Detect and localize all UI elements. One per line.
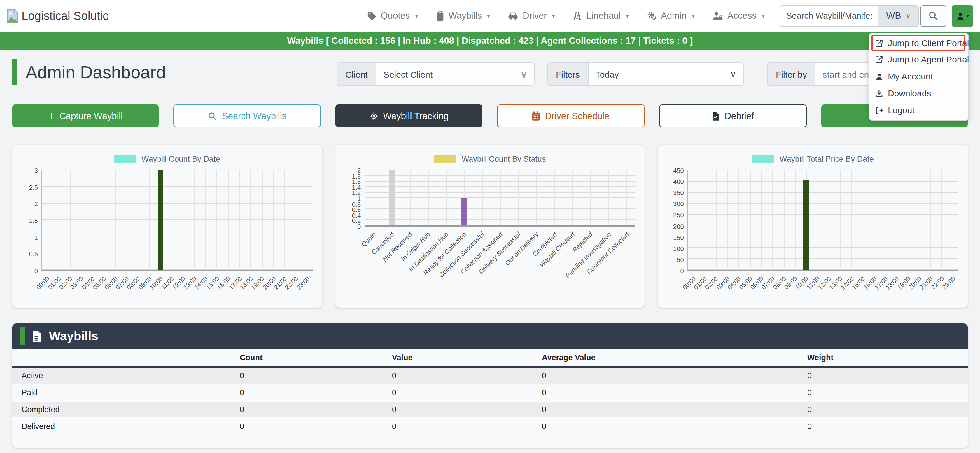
search-waybills-button[interactable]: Search Waybills bbox=[173, 104, 321, 127]
gridline bbox=[228, 171, 229, 270]
nav-item-waybills[interactable]: Waybills ▾ bbox=[436, 11, 490, 21]
y-tick-label: 2.5 bbox=[29, 183, 38, 191]
client-select[interactable]: Select Client ∨ bbox=[376, 62, 535, 86]
search-input[interactable] bbox=[780, 5, 878, 27]
row-label: Completed bbox=[12, 401, 231, 418]
gridline bbox=[688, 269, 958, 270]
search-button[interactable] bbox=[921, 5, 946, 27]
user-dropdown-menu: Jump to Client Portal Jump to Agent Port… bbox=[869, 33, 969, 121]
user-icon bbox=[956, 11, 964, 20]
chevron-down-icon: ▾ bbox=[552, 13, 555, 19]
x-tick-label: 07:00 bbox=[760, 275, 776, 291]
bar-10:00 bbox=[803, 180, 809, 270]
nav-item-quotes[interactable]: Quotes ▾ bbox=[367, 11, 418, 21]
cell-value: 0 bbox=[383, 384, 533, 401]
search-type-select[interactable]: WB ∨ bbox=[878, 5, 919, 27]
column-header: Value bbox=[383, 349, 533, 367]
gridline bbox=[42, 269, 312, 270]
column-header bbox=[12, 349, 231, 367]
nav-label: Access bbox=[727, 11, 757, 21]
nav-item-linehaul[interactable]: Linehaul ▾ bbox=[573, 11, 629, 21]
user-menu-button[interactable]: ▾ bbox=[952, 5, 973, 27]
chart-header: Waybill Count By Date bbox=[12, 153, 322, 164]
waybills-section: Waybills Count Value Average Value Weigh… bbox=[12, 324, 968, 448]
waybill-search-group: WB ∨ bbox=[780, 5, 946, 27]
search-icon bbox=[208, 111, 217, 121]
y-tick-label: 2 bbox=[34, 201, 38, 207]
chart-title: Waybill Count By Date bbox=[142, 155, 220, 163]
document-icon bbox=[32, 330, 42, 342]
nav-item-driver[interactable]: Driver ▾ bbox=[508, 11, 555, 21]
tag-icon bbox=[367, 11, 377, 21]
legend-swatch bbox=[434, 155, 456, 163]
y-tick-label: 150 bbox=[673, 234, 684, 241]
chevron-down-icon: ▾ bbox=[762, 13, 765, 19]
chevron-down-icon: ∨ bbox=[906, 12, 911, 19]
capture-waybill-button[interactable]: + Capture Waybill bbox=[12, 104, 159, 127]
x-tick-label: Quote bbox=[360, 231, 377, 248]
gridline bbox=[829, 171, 829, 270]
y-tick-label: 2 bbox=[357, 167, 361, 174]
gridline bbox=[48, 171, 48, 270]
gridline bbox=[694, 171, 694, 270]
gridline bbox=[428, 171, 429, 225]
plot-area bbox=[687, 171, 958, 271]
column-header: Count bbox=[231, 349, 383, 367]
gridline bbox=[554, 171, 555, 225]
table-row: Delivered0000 bbox=[12, 418, 968, 435]
nav-item-access[interactable]: Access ▾ bbox=[712, 11, 765, 21]
gridline bbox=[688, 258, 958, 258]
gridline bbox=[688, 214, 958, 215]
cell-value: 0 bbox=[798, 418, 968, 435]
page-title: Admin Dashboard bbox=[25, 59, 165, 86]
logo-text: Logistical Solutions bbox=[22, 9, 108, 22]
x-tick-label: 03:00 bbox=[69, 275, 84, 291]
waybill-tracking-button[interactable]: Waybill Tracking bbox=[336, 104, 482, 127]
table-row: Active0000 bbox=[12, 367, 968, 384]
gridline bbox=[482, 171, 483, 225]
x-tick-label: 02:00 bbox=[703, 275, 719, 291]
gridline bbox=[172, 171, 172, 270]
plot-area bbox=[364, 171, 635, 226]
menu-item-label: Jump to Agent Portal bbox=[888, 54, 969, 64]
search-type-value: WB bbox=[886, 11, 901, 21]
crosshair-icon bbox=[369, 111, 379, 121]
section-accent-bar bbox=[20, 327, 25, 345]
calendar-icon bbox=[532, 111, 541, 121]
gridline bbox=[42, 252, 312, 253]
menu-item-label: Downloads bbox=[888, 88, 931, 98]
bar-10:00 bbox=[158, 171, 163, 270]
row-label: Active bbox=[12, 367, 231, 384]
gridline bbox=[818, 171, 818, 270]
menu-item-downloads[interactable]: Downloads bbox=[869, 85, 968, 102]
user-lock-icon bbox=[712, 11, 723, 21]
gridline bbox=[874, 171, 874, 270]
gridline bbox=[688, 192, 958, 193]
x-tick-label: 21:00 bbox=[918, 275, 934, 291]
chart-waybill-count-by-status: Waybill Count By Status 00.20.40.60.811.… bbox=[335, 145, 644, 308]
gridline bbox=[908, 171, 908, 270]
gridline bbox=[688, 247, 958, 247]
y-tick-label: 0 bbox=[34, 267, 38, 274]
menu-item-jump-to-agent-portal[interactable]: Jump to Agent Portal bbox=[869, 51, 968, 68]
y-tick-label: 450 bbox=[673, 167, 684, 174]
debrief-button[interactable]: Debrief bbox=[659, 104, 807, 127]
app-logo[interactable]: Logistical Solutions bbox=[5, 8, 108, 24]
gears-icon bbox=[646, 11, 657, 21]
legend-swatch bbox=[114, 155, 135, 163]
menu-item-logout[interactable]: Logout bbox=[869, 102, 968, 118]
x-tick-label: 22:00 bbox=[929, 275, 945, 291]
x-tick-label: 15:00 bbox=[204, 275, 220, 291]
menu-item-my-account[interactable]: My Account bbox=[869, 68, 968, 85]
nav-label: Driver bbox=[523, 11, 547, 21]
menu-item-jump-to-client-portal[interactable]: Jump to Client Portal bbox=[872, 35, 966, 51]
driver-schedule-button[interactable]: Driver Schedule bbox=[497, 104, 644, 127]
x-tick-label: 04:00 bbox=[726, 275, 742, 291]
x-tick-label: 04:00 bbox=[80, 275, 96, 291]
filters-select[interactable]: Today ∨ bbox=[588, 62, 744, 86]
nav-item-admin[interactable]: Admin ▾ bbox=[646, 11, 695, 21]
gridline bbox=[536, 171, 537, 225]
y-tick-label: 200 bbox=[673, 223, 684, 230]
cell-value: 0 bbox=[383, 401, 533, 418]
x-tick-label: 05:00 bbox=[92, 275, 107, 291]
